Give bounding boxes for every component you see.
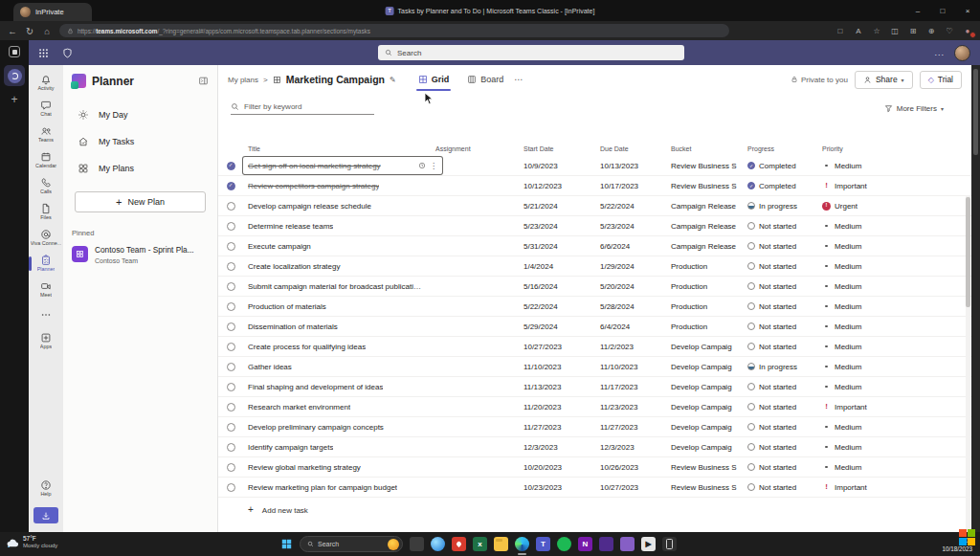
settings-sync-icon[interactable]: ⊕ [926, 27, 936, 35]
task-title[interactable]: Production of materials [248, 302, 326, 311]
task-bucket[interactable]: Production [666, 262, 743, 271]
task-start-date[interactable]: 10/27/2023 [519, 343, 595, 351]
task-bucket[interactable]: Develop Campaig [666, 383, 743, 391]
maximize-button[interactable]: □ [930, 0, 955, 21]
task-bucket[interactable]: Production [666, 302, 743, 311]
task-complete-checkbox[interactable] [227, 363, 235, 371]
task-priority[interactable]: Medium [817, 162, 971, 170]
task-complete-checkbox[interactable] [227, 322, 235, 331]
profile-icon[interactable]: ● [963, 27, 972, 35]
task-due-date[interactable]: 5/20/2024 [595, 282, 666, 291]
task-bucket[interactable]: Campaign Release [666, 222, 743, 231]
edit-plan-icon[interactable]: ✎ [390, 76, 396, 84]
table-row[interactable]: Create process for qualifying ideas⋮ 10/… [218, 337, 971, 357]
task-due-date[interactable]: 10/13/2023 [595, 162, 666, 170]
task-priority[interactable]: Urgent [817, 202, 971, 211]
tab-actions-icon[interactable] [9, 46, 20, 57]
table-row[interactable]: Gather ideas⋮ 11/10/2023 11/10/2023 Deve… [218, 357, 971, 377]
teams-search-input[interactable]: Search [378, 45, 684, 60]
task-complete-checkbox[interactable] [227, 162, 235, 170]
task-title[interactable]: Submit campaign material for broadcast p… [248, 282, 422, 291]
task-title[interactable]: Execute campaign [248, 242, 311, 251]
start-button[interactable] [280, 538, 293, 550]
task-title[interactable]: Create localization strategy [248, 262, 341, 271]
task-start-date[interactable]: 5/22/2024 [519, 302, 595, 311]
task-priority[interactable]: Medium [817, 463, 971, 472]
task-bucket[interactable]: Develop Campaig [666, 423, 743, 432]
download-desktop-button[interactable] [33, 507, 58, 523]
favorites-icon[interactable]: ☆ [872, 27, 881, 35]
task-complete-checkbox[interactable] [227, 262, 235, 271]
taskbar-clock[interactable]: 11 10/18/2023 [942, 536, 972, 554]
table-row[interactable]: Determine release teams⋮ 5/23/2024 5/23/… [218, 216, 971, 236]
task-start-date[interactable]: 1/4/2024 [519, 262, 595, 271]
file-explorer-icon[interactable] [494, 537, 508, 551]
table-row[interactable]: Identify campaign targets⋮ 12/3/2023 12/… [218, 437, 971, 457]
more-filters-button[interactable]: More Filters ▾ [884, 104, 944, 113]
minimize-button[interactable]: – [905, 0, 930, 21]
task-complete-checkbox[interactable] [227, 202, 235, 211]
task-progress[interactable]: Not started [743, 262, 817, 271]
task-priority[interactable]: Medium [817, 343, 971, 351]
copilot-icon[interactable] [431, 537, 445, 551]
task-priority[interactable]: Important [817, 483, 971, 492]
task-title[interactable]: Final shaping and development of ideas [248, 383, 383, 391]
rail-item-viva[interactable]: Viva Conne... [29, 225, 63, 251]
task-progress[interactable]: Not started [743, 403, 817, 411]
task-priority[interactable]: Important [817, 182, 971, 190]
task-bucket[interactable]: Develop Campaig [666, 443, 743, 452]
task-start-date[interactable]: 10/9/2023 [519, 162, 595, 170]
task-progress[interactable]: Not started [743, 242, 817, 251]
task-due-date[interactable]: 11/23/2023 [595, 403, 666, 411]
new-plan-button[interactable]: + New Plan [75, 191, 206, 212]
rail-item-calendar[interactable]: Calendar [29, 147, 63, 173]
task-bucket[interactable]: Review Business S [666, 182, 743, 190]
task-start-date[interactable]: 5/16/2024 [519, 282, 595, 291]
task-progress[interactable]: Completed [743, 162, 817, 170]
task-title[interactable]: Research market environment [248, 403, 350, 411]
rail-item-calls[interactable]: Calls [29, 173, 63, 199]
shield-icon[interactable] [62, 48, 73, 58]
task-bucket[interactable]: Review Business S [666, 483, 743, 492]
task-due-date[interactable]: 10/17/2023 [595, 182, 666, 190]
task-start-date[interactable]: 5/21/2024 [519, 202, 595, 211]
waffle-icon[interactable] [38, 48, 49, 58]
collapse-panel-icon[interactable] [198, 76, 209, 86]
task-priority[interactable]: Medium [817, 322, 971, 331]
page-scrollbar-thumb[interactable] [973, 69, 978, 155]
phone-link-icon[interactable] [662, 537, 677, 551]
task-bucket[interactable]: Develop Campaig [666, 403, 743, 411]
task-title[interactable]: Develop preliminary campaign concepts [248, 423, 384, 432]
task-due-date[interactable]: 10/26/2023 [595, 463, 666, 472]
task-complete-checkbox[interactable] [227, 483, 235, 492]
excel-icon[interactable]: x [473, 537, 487, 551]
column-header-priority[interactable]: Priority [817, 145, 971, 152]
maps-icon[interactable] [452, 537, 466, 551]
task-complete-checkbox[interactable] [227, 182, 235, 190]
task-start-date[interactable]: 10/20/2023 [519, 463, 595, 472]
task-progress[interactable]: Not started [743, 423, 817, 432]
column-header-start-date[interactable]: Start Date [519, 145, 595, 152]
page-scrollbar[interactable] [971, 65, 980, 532]
onenote-icon[interactable]: N [578, 537, 592, 551]
table-row[interactable]: Final shaping and development of ideas⋮ … [218, 377, 971, 397]
rail-item-meet[interactable]: Meet [29, 277, 63, 302]
task-progress[interactable]: Not started [743, 483, 817, 492]
widgets-icon[interactable] [410, 537, 424, 551]
column-header-due-date[interactable]: Due Date [595, 145, 666, 152]
task-priority[interactable]: Medium [817, 262, 971, 271]
task-title[interactable]: Develop campaign release schedule [248, 202, 371, 211]
task-complete-checkbox[interactable] [227, 282, 235, 291]
task-due-date[interactable]: 11/27/2023 [595, 423, 666, 432]
table-row[interactable]: Dissemination of materials⋮ 5/29/2024 6/… [218, 317, 971, 337]
column-header-bucket[interactable]: Bucket [666, 145, 743, 152]
task-title[interactable]: Determine release teams [248, 222, 333, 231]
media-player-icon[interactable]: ▶ [641, 537, 656, 551]
close-button[interactable]: × [955, 0, 980, 21]
rail-item-teams[interactable]: Teams [29, 122, 63, 147]
task-due-date[interactable]: 11/10/2023 [595, 363, 666, 371]
add-new-task-button[interactable]: + Add new task [218, 498, 971, 515]
task-priority[interactable]: Medium [817, 302, 971, 311]
rail-item-more[interactable] [29, 302, 63, 328]
spotify-icon[interactable] [557, 537, 571, 551]
